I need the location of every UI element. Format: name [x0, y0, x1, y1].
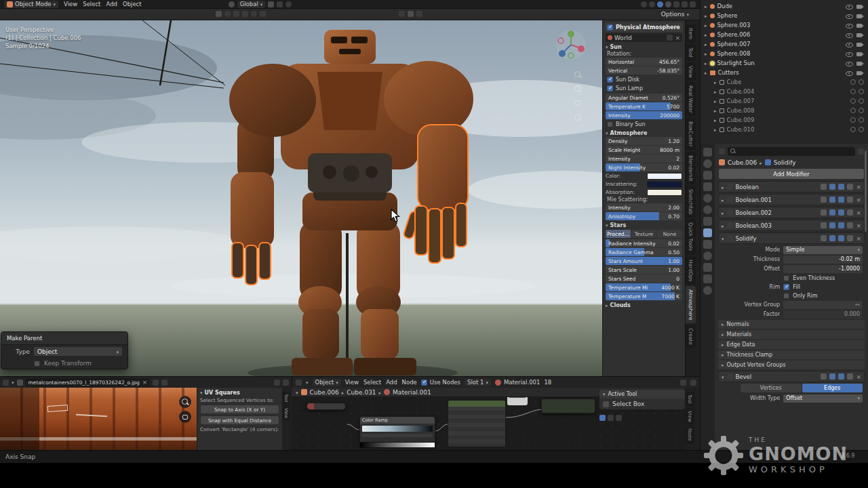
breadcrumb-object[interactable]: Cube.006	[728, 159, 757, 166]
selectable-toggle-icon[interactable]	[850, 98, 856, 104]
snap-magnet-icon[interactable]	[268, 1, 274, 7]
value-slider[interactable]: Intensity 2	[606, 155, 682, 163]
edit-mode-toggle-icon[interactable]	[821, 184, 827, 190]
uv-squares-button[interactable]: Snap to Axis (X or Y)	[200, 405, 279, 414]
hide-eye-icon[interactable]	[845, 69, 853, 77]
pin-icon[interactable]	[680, 380, 686, 386]
snap-icon[interactable]	[690, 380, 696, 386]
holdout-toggle-icon[interactable]	[859, 117, 864, 123]
outliner-row[interactable]: Dude	[701, 1, 868, 11]
stars-mode-tab[interactable]: Proced...	[606, 230, 631, 238]
hide-eye-icon[interactable]	[845, 60, 853, 67]
color-ramp-gradient[interactable]	[362, 426, 433, 432]
tool-tab-icon[interactable]	[703, 148, 712, 157]
gizmo-toggle-icon[interactable]	[599, 415, 606, 421]
keep-transform-checkbox[interactable]	[34, 361, 40, 367]
material-tab-icon[interactable]	[703, 286, 712, 295]
color-ramp-node[interactable]: Color Ramp	[359, 416, 435, 443]
edit-mode-toggle-icon[interactable]	[821, 373, 827, 380]
snapping-options-icon[interactable]	[277, 1, 283, 7]
cage-toggle-icon[interactable]	[847, 373, 853, 380]
subpanel-header[interactable]: Thickness Clamp	[718, 350, 865, 359]
cage-toggle-icon[interactable]	[847, 184, 853, 190]
offset-field[interactable]: -1.0000	[783, 265, 863, 273]
expand-arrow-icon[interactable]	[714, 126, 717, 133]
cursor-tool-icon[interactable]	[224, 11, 231, 17]
orientation-dropdown[interactable]: Global	[237, 1, 266, 8]
value-slider[interactable]: Temperature K 5700	[606, 102, 682, 110]
subpanel-header[interactable]: Edge Data	[718, 340, 865, 349]
output-tab-icon[interactable]	[703, 171, 712, 180]
value-slider[interactable]: Night Intensity 0.02	[606, 163, 682, 171]
realtime-toggle-icon[interactable]	[829, 209, 835, 216]
sidebar-tab[interactable]: Create	[686, 325, 696, 348]
mode-dropdown[interactable]: Object Mode	[4, 1, 58, 8]
camera-view-icon[interactable]	[572, 98, 583, 108]
render-camera-icon[interactable]	[856, 12, 864, 20]
render-tab-icon[interactable]	[703, 159, 712, 168]
expand-arrow-icon[interactable]	[705, 12, 707, 19]
cage-toggle-icon[interactable]	[847, 235, 853, 241]
value-slider[interactable]: Stars Scale 1.00	[606, 266, 682, 274]
render-toggle-icon[interactable]	[838, 197, 844, 203]
remove-modifier-icon[interactable]	[856, 222, 861, 229]
unlink-image-icon[interactable]	[142, 379, 148, 386]
expand-arrow-icon[interactable]	[705, 22, 707, 28]
new-image-icon[interactable]	[153, 380, 159, 386]
hide-eye-icon[interactable]	[845, 50, 853, 58]
viewport-3d[interactable]: User Perspective (1) | Collection | Cube…	[0, 20, 602, 376]
proportional-editing-icon[interactable]	[285, 1, 292, 7]
outliner-row[interactable]: Cube.004	[701, 87, 868, 96]
overlay-toggle-icon[interactable]	[608, 415, 614, 421]
mode-dropdown[interactable]: Simple	[783, 246, 863, 254]
outliner-row[interactable]: Cube.009	[701, 115, 868, 125]
thickness-field[interactable]: -0.02 m	[783, 256, 863, 264]
holdout-toggle-icon[interactable]	[859, 89, 864, 94]
render-camera-icon[interactable]	[856, 3, 864, 10]
material-name[interactable]: Material.001	[504, 379, 540, 386]
render-camera-icon[interactable]	[856, 22, 864, 29]
expand-arrow-icon[interactable]	[705, 69, 707, 76]
expand-arrow-icon[interactable]	[714, 117, 717, 123]
navigation-gizmo[interactable]	[555, 28, 587, 62]
expand-arrow-icon[interactable]	[705, 31, 707, 38]
object-tab-icon[interactable]	[703, 217, 712, 226]
expand-arrow-icon[interactable]	[714, 88, 717, 95]
flag-icon[interactable]	[399, 11, 405, 17]
atmosphere-section-header[interactable]: Atmosphere	[606, 130, 682, 136]
outliner-row[interactable]: Cube	[701, 77, 868, 87]
value-slider[interactable]: Stars Amount 1.00	[606, 257, 682, 265]
hide-eye-icon[interactable]	[845, 31, 853, 39]
xray-icon[interactable]	[690, 1, 696, 7]
menu-item[interactable]: Select	[363, 379, 381, 386]
solidify-modifier-header[interactable]: Solidify	[718, 232, 865, 244]
expand-arrow-icon[interactable]	[705, 41, 707, 47]
breadcrumb-modifier[interactable]: Solidify	[774, 159, 796, 166]
edit-mode-toggle-icon[interactable]	[821, 209, 827, 216]
outliner-row[interactable]: Cube.007	[701, 96, 868, 106]
subpanel-header[interactable]: Output Vertex Groups	[718, 361, 865, 369]
modifier-header[interactable]: Boolean.001	[718, 194, 865, 205]
remove-modifier-icon[interactable]	[856, 184, 861, 190]
physics-tab-icon[interactable]	[703, 251, 712, 260]
value-slider[interactable]: Intensity 200000	[606, 111, 682, 119]
checkbox-row[interactable]: Sun Lamp	[607, 85, 681, 92]
breadcrumb-item[interactable]: Cube.006	[310, 389, 339, 396]
sidebar-tab[interactable]: Quick Tools	[686, 219, 696, 254]
bevel-modifier-header[interactable]: Bevel	[718, 371, 865, 382]
rim-fill-checkbox[interactable]	[783, 284, 789, 290]
editor-type-icon[interactable]	[3, 380, 9, 386]
select-tool-icon[interactable]	[216, 11, 222, 17]
expand-arrow-icon[interactable]	[714, 98, 717, 104]
color-swatch[interactable]	[647, 181, 682, 188]
constraints-tab-icon[interactable]	[703, 263, 712, 272]
sidebar-tab[interactable]: View	[686, 62, 696, 81]
edit-mode-toggle-icon[interactable]	[821, 197, 827, 203]
snap-mode-icon[interactable]	[242, 11, 248, 17]
collapsed-node[interactable]	[307, 403, 346, 410]
outliner-row[interactable]: Cube.008	[701, 106, 868, 115]
expand-arrow-icon[interactable]	[705, 3, 707, 9]
render-toggle-icon[interactable]	[838, 235, 844, 241]
color-row[interactable]: Absorption:	[606, 188, 682, 196]
render-camera-icon[interactable]	[856, 41, 864, 48]
